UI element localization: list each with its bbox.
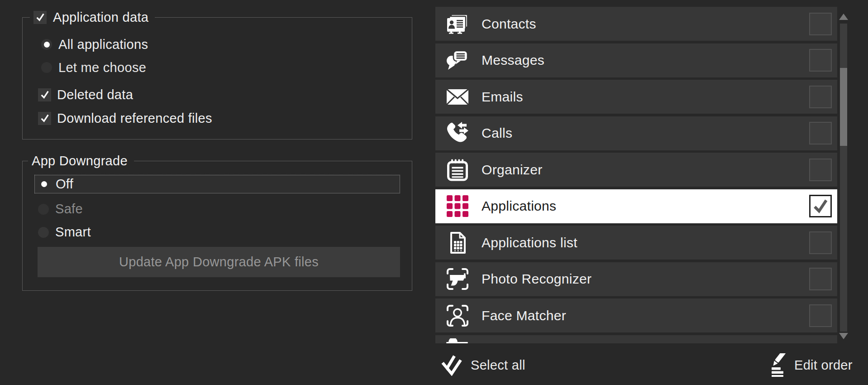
calls-checkbox[interactable]: [809, 122, 832, 144]
deleted-data-label: Deleted data: [57, 87, 133, 102]
photo-recognizer-icon: [446, 267, 469, 291]
scrollbar-thumb[interactable]: [840, 68, 847, 146]
list-item-applications-list[interactable]: Applications list: [435, 226, 837, 260]
application-data-legend: Application data: [30, 10, 155, 24]
list-item-label: Applications list: [482, 235, 577, 250]
edit-order-label: Edit order: [794, 358, 853, 373]
list-item-calls[interactable]: Calls: [435, 116, 837, 150]
face-matcher-checkbox[interactable]: [809, 304, 832, 327]
radio-circle: [38, 179, 49, 190]
radio-circle: [41, 39, 52, 50]
contacts-icon: [446, 12, 469, 36]
radio-circle: [38, 227, 49, 238]
calls-icon: [446, 121, 469, 145]
list-item-label: Messages: [482, 53, 544, 68]
download-referenced-files-label: Download referenced files: [57, 111, 212, 126]
radio-circle: [38, 204, 49, 215]
applications-list-checkbox[interactable]: [809, 231, 832, 254]
messages-icon: [446, 48, 469, 72]
emails-checkbox[interactable]: [809, 86, 832, 108]
radio-off-label: Off: [56, 177, 73, 192]
applications-list-icon: [446, 231, 469, 255]
radio-safe[interactable]: Safe: [34, 200, 400, 218]
list-item-label: Calls: [482, 125, 512, 141]
list-item-partial[interactable]: [435, 335, 837, 344]
list-item-organizer[interactable]: Organizer: [435, 153, 837, 187]
list-item-label: Photo Recognizer: [482, 271, 591, 287]
list-item-label: Organizer: [482, 162, 542, 178]
radio-all-applications[interactable]: All applications: [41, 37, 148, 52]
download-referenced-files-checkbox[interactable]: [38, 112, 51, 125]
select-all-icon: [441, 353, 463, 377]
app-downgrade-group: App Downgrade Off Safe Smart Update App …: [22, 161, 412, 291]
organizer-icon: [446, 158, 469, 182]
photo-recognizer-checkbox[interactable]: [809, 268, 832, 290]
app-downgrade-legend: App Downgrade: [28, 154, 134, 168]
deleted-data-option[interactable]: Deleted data: [38, 87, 133, 102]
radio-circle: [41, 62, 52, 73]
application-data-group: Application data All applications Let me…: [22, 17, 412, 140]
application-data-checkbox[interactable]: [33, 11, 47, 24]
scrollbar-track[interactable]: [840, 24, 847, 332]
list-item-applications[interactable]: Applications: [435, 189, 837, 223]
applications-checkbox[interactable]: [809, 195, 832, 217]
radio-off[interactable]: Off: [34, 175, 400, 193]
list-item-label: Contacts: [482, 16, 536, 32]
app-downgrade-group-label: App Downgrade: [32, 154, 128, 168]
list-item-contacts[interactable]: Contacts: [435, 7, 837, 41]
applications-grid-icon: [446, 194, 469, 218]
face-matcher-icon: [446, 304, 469, 327]
contacts-checkbox[interactable]: [809, 13, 832, 35]
update-app-downgrade-button[interactable]: Update App Downgrade APK files: [38, 247, 400, 277]
list-item-face-matcher[interactable]: Face Matcher: [435, 298, 837, 332]
scroll-up-arrow-icon[interactable]: [839, 14, 848, 20]
radio-smart-label: Smart: [55, 225, 91, 240]
category-list: Contacts Messages: [435, 7, 837, 343]
radio-safe-label: Safe: [55, 202, 83, 217]
partial-icon: [446, 338, 469, 344]
radio-smart[interactable]: Smart: [34, 223, 400, 241]
list-item-label: Face Matcher: [482, 308, 566, 323]
edit-order-button[interactable]: Edit order: [763, 353, 853, 377]
radio-all-applications-label: All applications: [58, 37, 148, 52]
radio-let-me-choose[interactable]: Let me choose: [41, 60, 146, 75]
select-all-label: Select all: [471, 358, 525, 373]
edit-order-icon: [763, 353, 787, 377]
organizer-checkbox[interactable]: [809, 159, 832, 181]
deleted-data-checkbox[interactable]: [38, 88, 51, 101]
download-referenced-files-option[interactable]: Download referenced files: [38, 111, 212, 126]
select-all-button[interactable]: Select all: [441, 353, 525, 377]
list-item-photo-recognizer[interactable]: Photo Recognizer: [435, 262, 837, 296]
application-data-group-label: Application data: [53, 10, 148, 25]
list-item-emails[interactable]: Emails: [435, 80, 837, 114]
radio-let-me-choose-label: Let me choose: [58, 60, 146, 75]
list-item-label: Applications: [482, 198, 556, 214]
list-item-label: Emails: [482, 89, 523, 105]
emails-icon: [446, 85, 469, 109]
scroll-down-arrow-icon[interactable]: [839, 333, 848, 339]
messages-checkbox[interactable]: [809, 49, 832, 72]
list-item-messages[interactable]: Messages: [435, 43, 837, 77]
